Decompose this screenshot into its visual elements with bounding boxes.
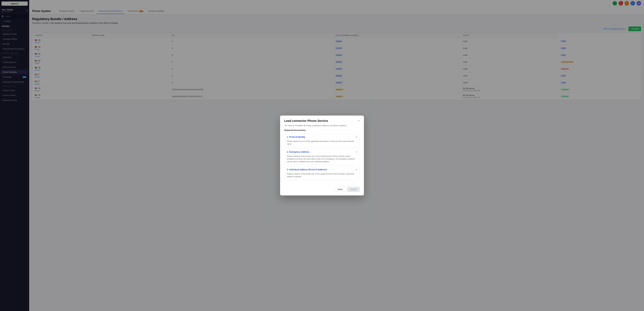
modal-body: Required Documents: 1. Proof of Identity…	[280, 129, 364, 184]
doc-item-title-0: 1. Proof of Identity	[287, 136, 305, 138]
modal-close-button[interactable]: ×	[358, 119, 360, 122]
doc-item-title-2: 3. Individual Address (Proof of Address)	[287, 168, 327, 171]
doc-item-title-1: 2. Emergency Address	[287, 151, 309, 153]
doc-item-body-1: Physical address of the actual user of t…	[284, 155, 360, 165]
modal-title: Lead connector Phone Service	[284, 119, 328, 122]
chevron-icon: ▾	[356, 168, 357, 171]
doc-item-header-0[interactable]: 1. Proof of Identity ▾	[284, 134, 360, 140]
required-docs-title: Required Documents:	[284, 129, 360, 132]
doc-item-0: 1. Proof of Identity ▾ Please upload any…	[284, 134, 360, 147]
modal-footer: Back Submit	[280, 184, 364, 196]
chevron-icon: ▾	[356, 136, 357, 138]
doc-item-body-0: Please upload any one of the applicable …	[284, 140, 360, 147]
doc-item-body-2: Physical address of the actual user of t…	[284, 172, 360, 180]
modal: Lead connector Phone Service × You need …	[280, 116, 364, 196]
doc-item-header-1[interactable]: 2. Emergency Address ▾	[284, 149, 360, 155]
back-button[interactable]: Back	[335, 187, 346, 192]
doc-item-2: 3. Individual Address (Proof of Address)…	[284, 166, 360, 180]
doc-item-header-2[interactable]: 3. Individual Address (Proof of Address)…	[284, 166, 360, 172]
submit-button[interactable]: Submit	[347, 187, 360, 192]
modal-header: Lead connector Phone Service ×	[280, 116, 364, 124]
doc-item-1: 2. Emergency Address ▾ Physical address …	[284, 149, 360, 165]
chevron-icon: ▾	[356, 151, 357, 153]
modal-overlay[interactable]: Lead connector Phone Service × You need …	[0, 0, 644, 311]
modal-subtitle: You need to complete few easy compliance…	[280, 124, 364, 129]
